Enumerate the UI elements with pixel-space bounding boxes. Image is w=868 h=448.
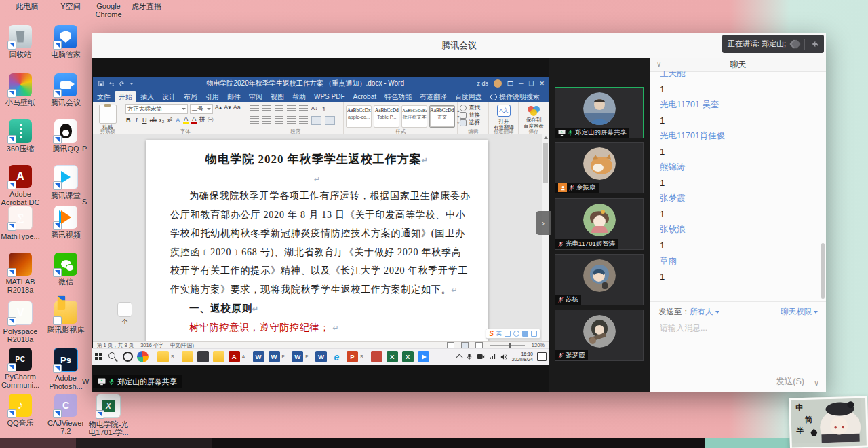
desktop-icon-360zip[interactable]: 360压缩: [0, 119, 42, 153]
desktop-icon-qq-music[interactable]: ♪ QQ音乐: [0, 394, 42, 427]
send-button[interactable]: 发送(S): [776, 376, 804, 388]
participant-tile[interactable]: 光电11701姬智涛: [555, 198, 644, 250]
chat-sender[interactable]: 熊锦涛: [660, 160, 818, 175]
desktop-icon-acrobat[interactable]: A Adobe Acrobat DC: [0, 165, 42, 206]
partial-desktop-label: W: [82, 377, 93, 386]
desktop-icon-tencent-video[interactable]: 腾讯视频: [44, 206, 87, 239]
qq-music-icon: ♪: [9, 394, 32, 417]
superscript-icon: x²: [167, 117, 173, 124]
avatar: [583, 92, 616, 125]
ime-mode-simplified: 简: [805, 415, 812, 425]
desktop-icon-chrome[interactable]: Google Chrome: [87, 2, 130, 18]
desktop-icon-cajviewer[interactable]: C CAJViewer 7.2: [44, 394, 87, 435]
sogou-ime-bar: S 英: [486, 329, 540, 339]
shared-windows-taskbar: S... A A... W W F... W F... W e P S... X…: [92, 348, 549, 365]
document-scrollbar: [542, 134, 549, 341]
send-to-selector[interactable]: 所有人: [690, 307, 719, 317]
word-statusbar: 第 1 页，共 8 页 3016 个字 中文(中国) 120%: [93, 341, 549, 348]
tab-wps-pdf: WPS PDF: [310, 91, 349, 102]
desktop-icon-huya[interactable]: 虎牙直播: [125, 2, 168, 10]
section-heading: 一、返校原则↵: [170, 299, 464, 318]
chat-sender[interactable]: 光电11701肖佳俊: [660, 128, 818, 144]
sogou-ime-skin-widget[interactable]: 中 简 半: [789, 396, 868, 448]
shrink-font-icon: A▾: [224, 104, 231, 114]
shortcut-icon: [117, 302, 132, 317]
participant-tile[interactable]: 张梦霞: [555, 310, 644, 361]
participant-tile[interactable]: 佘振康: [555, 142, 644, 193]
desktop-icon-mathtype[interactable]: ∑ MathType...: [0, 206, 42, 240]
screen-share-pill: 郑定山的屏幕共享: [93, 375, 182, 388]
desktop-icon-yspace[interactable]: Y空间: [49, 2, 92, 10]
wechat-icon: [54, 253, 77, 276]
meeting-logo-icon: [791, 41, 800, 48]
desktop-icon-recycle-bin[interactable]: 回收站: [0, 25, 42, 58]
red-line: 树牢防控意识，遵守防控纪律； ↵: [170, 318, 464, 337]
chat-scrollbar[interactable]: [821, 243, 825, 299]
chat-message-input[interactable]: [658, 322, 810, 333]
align-right-icon: [275, 116, 283, 124]
tab-references: 引用: [201, 91, 223, 102]
start-button-icon: [95, 353, 103, 361]
participant-label: 佘振康: [555, 183, 599, 193]
desktop-icon-pc-manager[interactable]: 电脑管家: [44, 25, 87, 58]
mic-muted-icon: [569, 185, 574, 191]
volume-tray-icon: [500, 354, 508, 360]
desktop-icon-tencent-meeting[interactable]: 腾讯会议: [44, 73, 87, 107]
minimize-icon: ─: [519, 80, 523, 87]
document-page: 物电学院 2020 年秋季学生返校工作方案↵ ↵ 为确保我院秋季开学各项工作有序…: [146, 140, 488, 341]
desktop-icon-qq[interactable]: 腾讯QQ: [44, 119, 87, 153]
penguin-icon: [54, 119, 77, 143]
desktop-icon-wechat[interactable]: 微信: [44, 253, 87, 286]
chat-sender[interactable]: 王天能: [660, 71, 818, 81]
sogou-logo-icon: S: [489, 330, 494, 337]
justify-icon: [287, 116, 296, 124]
viewer-taskbar-strip[interactable]: [0, 438, 868, 448]
underline-icon: U: [142, 117, 148, 124]
highlight-color-icon: A: [183, 115, 189, 124]
chat-sender[interactable]: 张钦浪: [660, 222, 818, 238]
desktop-icon-photoshop[interactable]: Ps Adobe Photosh...: [44, 348, 87, 390]
return-arrow-icon[interactable]: [810, 40, 818, 48]
sort-icon: A↓: [311, 105, 317, 113]
participant-tile-active[interactable]: 郑定山的屏幕共享: [555, 87, 644, 138]
now-speaking-text: 正在讲话: 郑定山;: [728, 39, 786, 49]
microphone-tray-icon: [466, 353, 473, 361]
ime-lang-indicator: 英: [496, 330, 502, 337]
chat-permission-selector[interactable]: 聊天权限: [781, 307, 818, 317]
desktop-icon-tencent-ketang[interactable]: 腾讯课堂: [44, 165, 87, 200]
desktop-icon-xiaoma-wallpaper[interactable]: 小马壁纸: [0, 73, 42, 107]
chevron-down-icon[interactable]: ∨: [656, 60, 661, 68]
desktop-icon-polyspace[interactable]: V Polyspace R2018a: [0, 301, 42, 343]
ribbon-group-styles: AaBbCcDx apple-co... AaBbCcDd Table P...…: [344, 102, 458, 134]
send-options-icon[interactable]: ∨: [808, 379, 819, 388]
video-panel-collapse-handle[interactable]: ›: [536, 211, 551, 235]
meeting-titlebar[interactable]: 腾讯会议 正在讲话: 郑定山;: [92, 33, 826, 58]
desktop-icon-tencent-media-folder[interactable]: 腾讯影视库: [44, 301, 87, 334]
taskbar-segment: [76, 438, 212, 448]
style-card: AaBbCcDdEe 批注框文本: [401, 105, 427, 128]
style-card-selected: AaBbCcDdE 正文: [429, 105, 455, 128]
pycharm-icon: PC: [9, 348, 32, 371]
excel-taskbar-icon: X: [402, 351, 414, 362]
wallpaper-app-icon: [9, 73, 32, 96]
ribbon-group-clipboard: 粘贴 剪贴板: [93, 102, 123, 134]
grow-font-icon: A▴: [215, 104, 222, 114]
shared-desktop-shortcut: 个: [116, 302, 134, 326]
chat-sender[interactable]: 光电11701 吴奎: [660, 97, 818, 113]
chat-sender[interactable]: 张梦霞: [660, 191, 818, 206]
tab-mailings: 邮件: [223, 91, 245, 102]
subscript-icon: x₂: [159, 117, 165, 124]
word-taskbar-icon: W: [269, 351, 280, 362]
desktop-icon-matlab[interactable]: MATLAB R2018a: [0, 253, 42, 294]
chat-message-list[interactable]: 王天能 1 光电11701 吴奎 1 光电11701肖佳俊 1 熊锦涛 1 张梦…: [660, 71, 818, 302]
replace-icon: [460, 112, 467, 119]
participant-tile[interactable]: 苏杨: [555, 254, 644, 305]
desktop-icon-this-pc[interactable]: 此电脑: [5, 2, 49, 10]
align-left-icon: [250, 116, 259, 124]
chat-sender[interactable]: 章雨: [660, 253, 818, 269]
desktop-icon-excel-file[interactable]: X 物电学院-光电1701-学...: [87, 394, 130, 436]
close-icon: ✕: [539, 80, 545, 87]
desktop-icon-pycharm[interactable]: PC PyCharm Communi...: [0, 348, 42, 389]
chat-footer: 发送至： 所有人 聊天权限 发送(S) ∨: [650, 301, 826, 392]
italic-icon: I: [134, 117, 140, 124]
